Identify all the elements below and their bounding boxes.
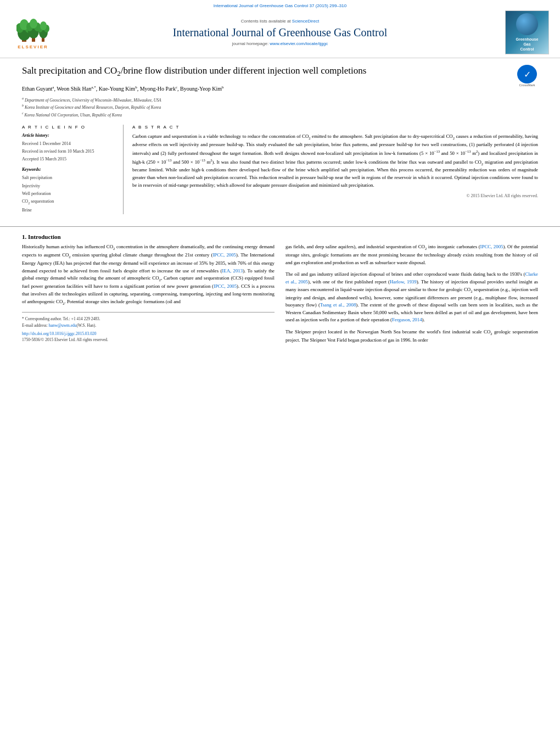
- article-info-heading: A R T I C L E I N F O: [22, 125, 116, 130]
- intro-two-col: Historically human activity has influenc…: [22, 243, 538, 349]
- footnote-area: * Corresponding author. Tel.: +1 414 229…: [22, 312, 275, 342]
- authors: Ethan Guyanta, Weon Shik Hana,*, Kue-You…: [22, 85, 538, 93]
- intro-para-right-1: gas fields, and deep saline aquifers), a…: [285, 243, 538, 266]
- elsevier-wordmark: ELSEVIER: [18, 44, 48, 49]
- ggc-globe-icon: [516, 13, 538, 35]
- intro-para-right-2: The oil and gas industry utilized inject…: [285, 271, 538, 324]
- homepage-url[interactable]: www.elsevier.com/locate/ijggc: [270, 41, 328, 46]
- keyword-2: Injectivity: [22, 182, 116, 190]
- ref-iea2013: IEA, 2013: [222, 268, 243, 274]
- doi-line[interactable]: http://dx.doi.org/10.1016/j.ijggc.2015.0…: [22, 331, 275, 336]
- svg-point-9: [30, 19, 37, 29]
- abstract-col: A B S T R A C T Carbon capture and seque…: [132, 125, 538, 214]
- intro-right-col: gas fields, and deep saline aquifers), a…: [285, 243, 538, 349]
- ref-ipcc2005-3: IPCC, 2005: [480, 244, 503, 249]
- affiliations: a Department of Geosciences, University …: [22, 96, 538, 119]
- ref-ipcc2005-2: IPCC, 2005: [214, 283, 237, 289]
- issn-line: 1750-5836/© 2015 Elsevier Ltd. All right…: [22, 337, 275, 342]
- keywords-list: Salt precipitation Injectivity Well perf…: [22, 174, 116, 214]
- intro-para-1: Historically human activity has influenc…: [22, 243, 275, 306]
- ref-ipcc2005-1: IPCC, 2005: [212, 252, 236, 258]
- top-journal-line: International Journal of Greenhouse Gas …: [11, 3, 549, 8]
- keyword-1: Salt precipitation: [22, 174, 116, 182]
- homepage-line: journal homepage: www.elsevier.com/locat…: [55, 41, 505, 46]
- body-area: 1. Introduction Historically human activ…: [0, 233, 560, 360]
- article-title-block: Salt precipitation and CO2/brine flow di…: [22, 65, 538, 79]
- journal-title-center: Contents lists available at ScienceDirec…: [55, 19, 505, 46]
- keyword-3: Well perforation: [22, 190, 116, 198]
- page: International Journal of Greenhouse Gas …: [0, 0, 560, 360]
- accepted-date: Accepted 15 March 2015: [22, 155, 116, 163]
- keyword-5: Brine: [22, 207, 116, 214]
- crossmark-badge: ✓ CrossMark: [516, 65, 538, 87]
- copyright-line: © 2015 Elsevier Ltd. All rights reserved…: [132, 193, 538, 198]
- elsevier-logo: ELSEVIER: [11, 16, 55, 49]
- contents-avail: Contents lists available at ScienceDirec…: [55, 19, 505, 24]
- affiliation-a: a Department of Geosciences, University …: [22, 96, 538, 104]
- email-label: E-mail address:: [22, 323, 49, 328]
- crossmark-circle-icon: ✓: [517, 65, 537, 83]
- intro-para-right-3: The Sleipner project located in the Norw…: [285, 328, 538, 344]
- affiliation-c: c Korea National Oil Corporation, Ulsan,…: [22, 111, 538, 119]
- section-divider: [0, 226, 560, 227]
- received-date: Received 1 December 2014: [22, 140, 116, 148]
- journal-name: International Journal of Greenhouse Gas …: [55, 26, 505, 39]
- intro-left-col: Historically human activity has influenc…: [22, 243, 275, 349]
- footnote-star: * Corresponding author. Tel.: +1 414 229…: [22, 316, 275, 322]
- revised-date: Received in revised form 10 March 2015: [22, 148, 116, 155]
- keyword-4: CO2 sequestration: [22, 198, 116, 206]
- svg-point-14: [40, 21, 47, 30]
- ref-tsang: Tsang et al., 2008: [320, 302, 356, 308]
- ggc-logo-text: GreenhouseGasControl: [516, 37, 539, 52]
- ref-ferguson: Ferguson, 2014: [392, 317, 422, 322]
- article-info-abstract: A R T I C L E I N F O Article history: R…: [22, 125, 538, 214]
- article-info-col: A R T I C L E I N F O Article history: R…: [22, 125, 124, 214]
- elsevier-tree-icon: [16, 16, 49, 43]
- header-row: ELSEVIER Contents lists available at Sci…: [11, 10, 549, 58]
- crossmark-label: CrossMark: [519, 83, 535, 87]
- abstract-heading: A B S T R A C T: [132, 125, 538, 130]
- article-history-label: Article history:: [22, 133, 116, 138]
- ref-harlow: Harlow, 1939: [390, 279, 417, 284]
- ggc-logo: GreenhouseGasControl: [505, 10, 549, 54]
- article-title: Salt precipitation and CO2/brine flow di…: [22, 65, 538, 79]
- email-link[interactable]: hanw@uwm.edu: [49, 323, 77, 328]
- article-area: Salt precipitation and CO2/brine flow di…: [0, 58, 560, 220]
- abstract-text: Carbon capture and sequestration is a vi…: [132, 133, 538, 189]
- keywords-label: Keywords:: [22, 167, 116, 172]
- affiliation-b: b Korea Institute of Geoscience and Mine…: [22, 103, 538, 111]
- intro-section-title: 1. Introduction: [22, 233, 538, 240]
- doi-link[interactable]: http://dx.doi.org/10.1016/j.ijggc.2015.0…: [22, 331, 97, 336]
- email-suffix: (W.S. Han).: [77, 323, 97, 328]
- journal-header: International Journal of Greenhouse Gas …: [0, 0, 560, 58]
- sciencedirect-link[interactable]: ScienceDirect: [292, 19, 319, 24]
- footnote-email: E-mail address: hanw@uwm.edu(W.S. Han).: [22, 322, 275, 329]
